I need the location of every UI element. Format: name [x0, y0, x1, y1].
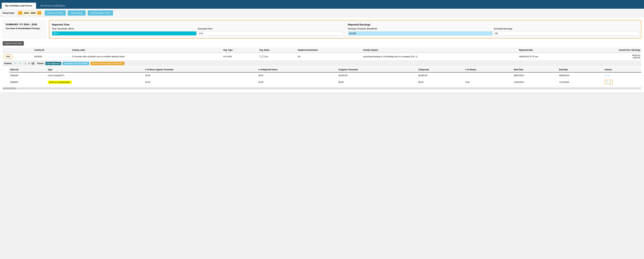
activity-id-cell: 8419019 — [33, 53, 71, 60]
exceeded-time-value: 0 hr — [198, 31, 342, 35]
actions-cell: Actions: ✎ ✕ ◷ 🏷 9 Forms: Cat I Approval… — [3, 60, 641, 66]
summary-row: SUMMARY: FY 2024 - 2025 You have 0 Unsub… — [3, 20, 641, 38]
col-org-name: Org. Name ↕ — [258, 47, 297, 53]
tag-count-badge: 9 — [32, 62, 34, 65]
reported-earnings-panel: Reported Earnings Earnings Threhold: $40… — [345, 20, 641, 38]
col-activity-id: Activity ID ↕ — [33, 47, 71, 53]
effort-hours-thresh-1: 40.00 — [144, 72, 257, 78]
tab-my-activities[interactable]: My Activities and Forms — [2, 3, 36, 9]
effort-actions-highlighted: ✎ ✕ — [604, 80, 613, 84]
reported-time-grid: Time Threshold: 168 hr Exceeded Time 80 … — [52, 28, 342, 35]
effort-reported-hours-2: 40.00 — [257, 78, 338, 86]
effort-col-shares: # of Shares — [464, 67, 513, 72]
col-current-hrs-earnings: Current Hrs / Earnings — [576, 47, 641, 53]
export-button[interactable]: Export current data — [3, 41, 24, 45]
actions-row-tr: Actions: ✎ ✕ ◷ 🏷 9 Forms: Cat I Approval… — [3, 60, 641, 66]
effort-delete-button-1[interactable]: ✕ — [607, 74, 610, 77]
tag-icon[interactable]: 🏷 — [28, 62, 30, 65]
form-badge-exceed-th[interactable]: Exceed TH Prior Approval Request — [90, 62, 124, 65]
effort-id-1: 8838199 — [10, 72, 47, 78]
sort-org-type-icon[interactable]: ↕ — [234, 49, 234, 51]
scroll-thumb[interactable] — [3, 87, 16, 89]
effort-reported-hours-1: 40.00 — [257, 72, 338, 78]
exceeded-earnings-value: $0 — [494, 31, 638, 35]
effort-end-2: 11/14/2024 — [558, 78, 604, 86]
effort-actions-1: ✎ ✕ — [604, 72, 641, 78]
effort-hours-thresh-2: 40.00 — [144, 78, 257, 86]
earnings-threshold-label: Earnings Threhold: $40,000.00 — [348, 28, 492, 30]
summary-box: SUMMARY: FY 2024 - 2025 You have 0 Unsub… — [3, 20, 46, 38]
fiscal-year-nav: < 2024 - 2025 > — [17, 10, 43, 15]
add-earnings-button[interactable]: Add Earnings / Effort — [88, 10, 113, 15]
form-badge-cat-i[interactable]: Cat I Approval — [46, 62, 61, 65]
exceeded-earnings-label: Exceeded Earnings — [494, 28, 638, 30]
stock-badge: Stock as Compensation — [48, 80, 72, 84]
forms-label: Forms: — [37, 62, 44, 65]
effort-start-1: 09/02/2024 — [513, 72, 558, 78]
sort-reported-date-icon[interactable]: ↓ — [534, 49, 534, 51]
tabs-bar: My Activities and Forms My Annual Certif… — [0, 0, 644, 9]
fiscal-year-next-button[interactable]: > — [37, 11, 41, 14]
enter-activity-button[interactable]: Enter an Activity — [45, 10, 66, 15]
effort-id-2: 8838203 — [10, 78, 47, 86]
student-involvement-cell: No — [297, 53, 362, 60]
col-hide — [3, 47, 33, 53]
time-threshold-label: Time Threshold: 168 hr — [52, 28, 196, 30]
summary-title: SUMMARY: FY 2024 - 2025 — [6, 23, 44, 26]
fiscal-year-prev-button[interactable]: < — [18, 11, 22, 14]
org-name-cell: Inc. — [258, 53, 297, 60]
tab-my-certifications[interactable]: My Annual Certifications — [37, 3, 69, 9]
sort-student-icon[interactable]: ↕ — [318, 49, 319, 51]
exceeded-time-label: Exceeded Time — [198, 28, 342, 30]
effort-edit-button-1[interactable]: ✎ — [604, 74, 607, 77]
reported-date-cell: 08/30/2024 07:47 pm — [518, 53, 576, 60]
toolbar: Fiscal Year: < 2024 - 2025 > Enter an Ac… — [0, 9, 644, 17]
col-activity-label: Activity Label ↑ — [71, 47, 222, 53]
activity-types-cell: Assuming founding or co-founding role of… — [362, 53, 518, 60]
delete-action-icon[interactable]: ✕ — [18, 61, 22, 65]
reported-time-panel: Reported Time Time Threshold: 168 hr Exc… — [49, 20, 345, 38]
current-hrs-earnings-cell: 80.00 hr/ 4,000.00 — [576, 53, 641, 60]
effort-cell: Effort ID Type # of Hours Against Thresh… — [3, 66, 641, 86]
actions-label: Actions: — [4, 62, 12, 65]
edit-action-icon[interactable]: ✎ — [14, 61, 17, 65]
copy-activity-button[interactable]: Copy Activity — [68, 10, 86, 15]
effort-delete-button-2[interactable]: ✕ — [609, 80, 611, 84]
reported-time-title: Reported Time — [52, 23, 342, 26]
effort-table-row: 8838199 Cash (Check/EFT) 40.00 40.00 $4,… — [10, 72, 641, 78]
clock-action-icon[interactable]: ◷ — [23, 61, 27, 65]
effort-col-id: Effort ID — [10, 67, 47, 72]
fiscal-year-value: 2024 - 2025 — [23, 12, 36, 14]
sort-org-name-icon[interactable]: ↕ — [270, 49, 271, 51]
hide-button[interactable]: Hide — [4, 54, 13, 59]
time-threshold-value: 80 hr — [52, 31, 196, 35]
activity-label-cell: Co-founder with consultant role on scien… — [71, 53, 222, 60]
effort-edit-button-2[interactable]: ✎ — [606, 80, 608, 84]
effort-reported-2: $0.00 — [418, 78, 464, 86]
hide-cell: Hide — [3, 53, 33, 60]
reported-earnings-grid: Earnings Threhold: $40,000.00 Exceeded E… — [348, 28, 638, 35]
sort-activity-types-icon[interactable]: ↕ — [379, 49, 380, 51]
effort-col-start-date: Start Date — [513, 67, 558, 72]
effort-shares-2: 5.00 — [464, 78, 513, 86]
panels-box: Reported Time Time Threshold: 168 hr Exc… — [49, 20, 641, 38]
effort-col-actions: Actions — [604, 67, 641, 72]
form-badge-expiration[interactable]: Expiration Date 10/31/2024 — [62, 62, 89, 65]
sort-activity-label-icon[interactable]: ↑ — [86, 49, 87, 51]
effort-col-against-threshold: $ Against Threshold — [338, 67, 418, 72]
activity-table: Activity ID ↕ Activity Label ↑ Org. Type… — [3, 47, 641, 86]
effort-table-row: 8838203 Stock as Compensation 40.00 40.0… — [10, 78, 641, 86]
effort-start-2: 11/04/2024 — [513, 78, 558, 86]
effort-col-reported: $ Reported — [418, 67, 464, 72]
horizontal-scrollbar[interactable] — [3, 87, 641, 89]
effort-actions-2: ✎ ✕ — [604, 78, 641, 86]
effort-end-1: 09/06/2024 — [558, 72, 604, 78]
effort-col-type: Type — [47, 67, 144, 72]
effort-reported-1: $4,000.00 — [418, 72, 464, 78]
sort-activity-id-icon[interactable]: ↕ — [45, 49, 46, 51]
effort-row: Effort ID Type # of Hours Against Thresh… — [3, 66, 641, 86]
col-org-type: Org. Type ↕ — [222, 47, 258, 53]
earnings-threshold-value: $4,000 — [348, 31, 492, 35]
effort-type-2: Stock as Compensation — [47, 78, 144, 86]
table-row: Hide 8419019 Co-founder with consultant … — [3, 53, 641, 60]
